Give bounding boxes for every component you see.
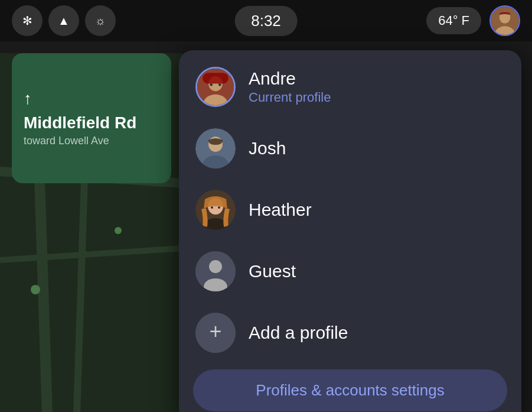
avatar-heather [195,190,236,230]
profile-item-heather[interactable]: Heather [179,179,521,241]
profiles-settings-label: Profiles & accounts settings [256,381,444,399]
avatar-josh [195,128,236,168]
time-text: 8:32 [234,6,298,36]
current-user-avatar[interactable] [489,5,520,36]
temperature-display: 64° F [426,7,481,34]
avatar-guest [195,251,236,291]
status-right-icons: 64° F [426,5,520,36]
profile-name-andre: Andre [249,69,331,89]
status-left-icons: ✻ ▲ ☼ [12,5,116,36]
profile-info-josh: Josh [249,138,286,158]
time-display: 8:32 [234,6,298,36]
avatar-andre [195,67,236,107]
profile-name-add: Add a profile [249,323,348,343]
svg-rect-16 [203,73,229,83]
svg-point-25 [211,206,213,209]
profile-subtitle-andre: Current profile [249,90,331,105]
profile-name-josh: Josh [249,138,286,158]
nav-street-name: Middlefield Rd [24,113,159,133]
svg-text:+: + [209,319,221,343]
profile-name-heather: Heather [249,200,312,220]
svg-point-11 [115,227,122,234]
svg-point-10 [31,285,40,294]
navigation-card: ↑ Middlefield Rd toward Lowell Ave [12,53,171,183]
svg-point-26 [218,206,220,209]
profile-info-andre: Andre Current profile [249,69,331,105]
profile-item-add[interactable]: + Add a profile [179,302,521,364]
nav-toward-text: toward Lowell Ave [24,135,159,147]
svg-point-18 [218,83,221,86]
profile-item-guest[interactable]: Guest [179,241,521,302]
profile-dropdown: Andre Current profile Josh [179,50,521,412]
signal-icon[interactable]: ▲ [48,5,79,36]
profile-info-add: Add a profile [249,323,348,343]
profiles-settings-button[interactable]: Profiles & accounts settings [193,369,507,411]
svg-point-28 [209,260,222,273]
bluetooth-icon[interactable]: ✻ [12,5,43,36]
avatar-add: + [195,313,236,353]
profile-info-guest: Guest [249,261,296,281]
profile-info-heather: Heather [249,200,312,220]
brightness-icon[interactable]: ☼ [85,5,116,36]
profile-item-josh[interactable]: Josh [179,118,521,179]
svg-point-17 [210,83,213,86]
status-bar: ✻ ▲ ☼ 8:32 64° F [0,0,532,41]
nav-direction-arrow: ↑ [24,89,159,108]
profile-item-andre[interactable]: Andre Current profile [179,56,521,118]
profile-name-guest: Guest [249,261,296,281]
